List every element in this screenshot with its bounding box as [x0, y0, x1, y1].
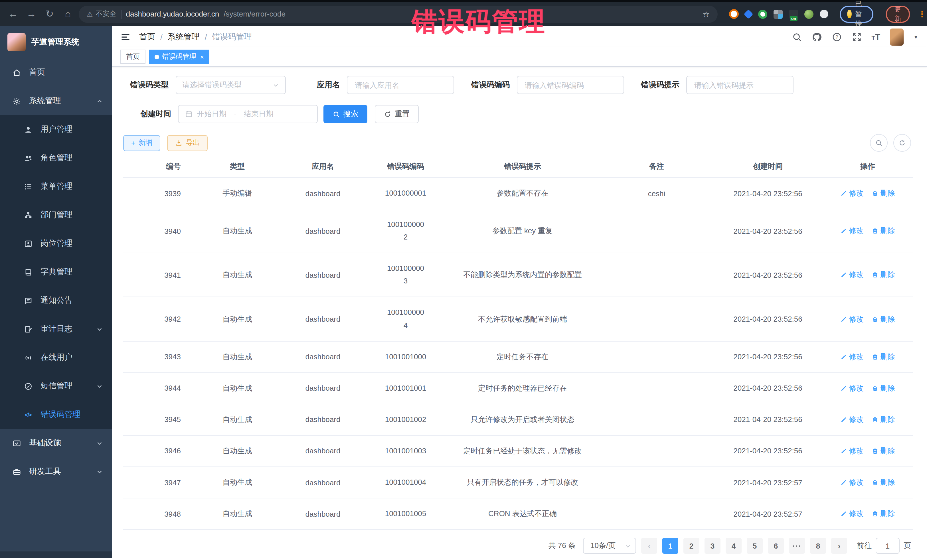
edit-button[interactable]: 修改: [840, 352, 864, 362]
edit-button[interactable]: 修改: [840, 414, 864, 425]
delete-button[interactable]: 删除: [872, 414, 895, 425]
delete-button[interactable]: 删除: [872, 270, 895, 280]
edit-button[interactable]: 修改: [840, 188, 864, 199]
refresh-table-button[interactable]: [894, 134, 911, 152]
back-icon[interactable]: ←: [6, 8, 21, 20]
profile-paused-badge[interactable]: 已暂停: [840, 5, 873, 23]
edit-button[interactable]: 修改: [840, 226, 864, 236]
delete-button[interactable]: 删除: [872, 477, 895, 487]
page-button[interactable]: 1: [662, 538, 678, 554]
caret-down-icon[interactable]: ▼: [913, 34, 918, 39]
page-button[interactable]: 5: [747, 538, 763, 554]
address-bar[interactable]: ⚠ 不安全 dashboard.yudao.iocoder.cn/system/…: [79, 5, 718, 23]
sidebar-item[interactable]: 角色管理: [0, 144, 112, 172]
page-button[interactable]: 2: [684, 538, 699, 554]
bookmark-star-icon[interactable]: ☆: [702, 9, 710, 18]
extension-icon[interactable]: on: [789, 9, 798, 18]
more-pages-button[interactable]: ···: [789, 538, 805, 554]
edit-button[interactable]: 修改: [840, 270, 864, 280]
sms-icon: [23, 382, 33, 390]
edit-button[interactable]: 修改: [840, 383, 864, 393]
extension-icon[interactable]: [758, 9, 767, 18]
sidebar-item[interactable]: 基础设施: [0, 429, 112, 457]
error-code-input[interactable]: [523, 80, 617, 90]
font-size-icon[interactable]: TT: [872, 32, 880, 42]
edit-button[interactable]: 修改: [840, 509, 864, 519]
fullscreen-icon[interactable]: [852, 32, 862, 42]
error-type-select[interactable]: 请选择错误码类型: [175, 76, 286, 94]
reload-icon[interactable]: ↻: [42, 8, 57, 20]
date-range-picker[interactable]: 开始日期 - 结束日期: [178, 105, 318, 123]
view-tag[interactable]: 错误码管理×: [149, 50, 210, 64]
sidebar-item[interactable]: 审计日志: [0, 315, 112, 343]
forward-icon[interactable]: →: [24, 8, 39, 20]
post-icon: [23, 239, 33, 248]
close-tag-icon[interactable]: ×: [200, 53, 204, 60]
page-button[interactable]: 6: [768, 538, 784, 554]
help-icon[interactable]: ?: [832, 32, 842, 42]
delete-button[interactable]: 删除: [872, 188, 895, 199]
delete-button[interactable]: 删除: [872, 383, 895, 393]
sidebar-item[interactable]: 短信管理: [0, 372, 112, 400]
delete-button[interactable]: 删除: [872, 352, 895, 362]
breadcrumb-item[interactable]: 系统管理: [168, 32, 200, 42]
search-icon[interactable]: [792, 32, 802, 42]
table-row: 3941自动生成dashboard100100000 3不能删除类型为系统内置的…: [123, 253, 913, 297]
edit-button[interactable]: 修改: [840, 446, 864, 456]
sidebar-item[interactable]: 在线用户: [0, 343, 112, 372]
extension-icon[interactable]: [804, 9, 813, 18]
extension-icon[interactable]: [744, 9, 753, 19]
cell-hint: 定时任务的处理器已经存在: [445, 373, 600, 404]
sidebar-item[interactable]: 岗位管理: [0, 229, 112, 258]
sidebar-item[interactable]: 菜单管理: [0, 172, 112, 201]
tag-label: 首页: [126, 52, 140, 62]
view-tag[interactable]: 首页: [120, 50, 146, 64]
not-secure-warning[interactable]: ⚠ 不安全: [87, 9, 116, 19]
error-hint-input[interactable]: [693, 80, 787, 90]
app-name-input[interactable]: [354, 80, 447, 90]
page-button[interactable]: 3: [705, 538, 720, 554]
goto-page-input[interactable]: [876, 541, 899, 551]
delete-button[interactable]: 删除: [872, 446, 895, 456]
cell-memo: [600, 297, 714, 341]
sidebar-logo[interactable]: 芋道管理系统: [0, 26, 112, 58]
sidebar-item[interactable]: </>错误码管理: [0, 400, 112, 429]
reset-button[interactable]: 重置: [375, 105, 419, 123]
page-button[interactable]: 4: [726, 538, 742, 554]
toggle-search-button[interactable]: [870, 134, 887, 152]
edit-button[interactable]: 修改: [840, 314, 864, 324]
sidebar-item[interactable]: 研发工具: [0, 457, 112, 486]
sidebar-item[interactable]: 首页: [0, 58, 112, 87]
page-size-select[interactable]: 10条/页: [583, 538, 636, 554]
filter-label: 错误码类型: [130, 80, 169, 90]
sidebar-item[interactable]: 用户管理: [0, 115, 112, 144]
search-button[interactable]: 搜索: [324, 105, 368, 123]
add-button[interactable]: + 新增: [123, 135, 160, 151]
delete-button[interactable]: 删除: [872, 226, 895, 236]
prev-page-button[interactable]: ‹: [641, 538, 657, 554]
extension-icon[interactable]: [774, 9, 783, 18]
puzzle-extensions-icon[interactable]: [820, 10, 828, 18]
sidebar-item[interactable]: 系统管理: [0, 87, 112, 115]
breadcrumb-item[interactable]: 首页: [139, 32, 155, 42]
cell-actions: 修改删除: [822, 253, 913, 297]
column-header: 操作: [822, 156, 913, 178]
extension-badge: on: [790, 16, 797, 21]
delete-button[interactable]: 删除: [872, 314, 895, 324]
home-icon[interactable]: ⌂: [61, 8, 75, 20]
export-button[interactable]: 导出: [167, 135, 208, 151]
github-icon[interactable]: [812, 32, 822, 42]
sidebar-item[interactable]: 部门管理: [0, 201, 112, 229]
sidebar-item[interactable]: 字典管理: [0, 258, 112, 286]
extension-icon[interactable]: [729, 9, 739, 19]
edit-button[interactable]: 修改: [840, 477, 864, 487]
next-page-button[interactable]: ›: [831, 538, 847, 554]
hamburger-icon[interactable]: [120, 32, 131, 42]
page-button[interactable]: 8: [810, 538, 826, 554]
sidebar-item[interactable]: 通知公告: [0, 286, 112, 315]
home-icon: [11, 68, 22, 77]
chrome-update-button[interactable]: 更新: [886, 5, 910, 23]
user-avatar[interactable]: [890, 28, 904, 46]
browser-menu-icon[interactable]: ⋮: [918, 9, 926, 19]
delete-button[interactable]: 删除: [872, 509, 895, 519]
